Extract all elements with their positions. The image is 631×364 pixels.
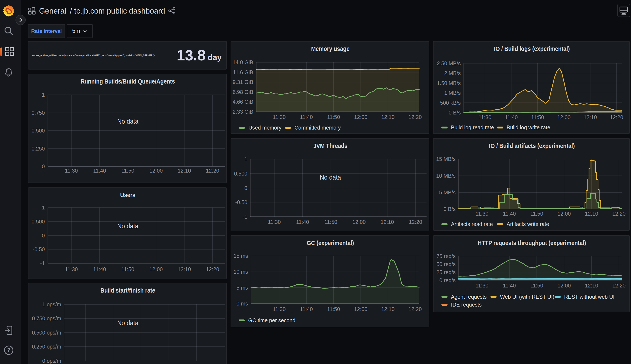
svg-text:11:50: 11:50 xyxy=(327,306,340,312)
svg-text:0 B/s: 0 B/s xyxy=(449,110,461,116)
svg-text:75 req/s: 75 req/s xyxy=(437,253,456,259)
svg-text:0.250 ops/m: 0.250 ops/m xyxy=(32,344,61,350)
svg-text:11:40: 11:40 xyxy=(93,266,106,272)
svg-text:No data: No data xyxy=(117,118,138,125)
svg-text:12:20: 12:20 xyxy=(612,211,626,217)
svg-text:12:10: 12:10 xyxy=(585,282,598,288)
svg-text:12:10: 12:10 xyxy=(381,114,395,120)
svg-text:11:50: 11:50 xyxy=(121,266,134,272)
svg-text:11:30: 11:30 xyxy=(479,114,492,120)
svg-text:Agent requests: Agent requests xyxy=(451,294,487,300)
svg-text:11:40: 11:40 xyxy=(300,114,313,120)
svg-text:Web UI (with REST UI): Web UI (with REST UI) xyxy=(500,294,554,300)
svg-text:11.6 GiB: 11.6 GiB xyxy=(233,69,253,75)
svg-text:Used memory: Used memory xyxy=(248,125,282,130)
svg-text:15 ms: 15 ms xyxy=(234,253,248,259)
svg-text:JVM Threads: JVM Threads xyxy=(313,142,348,149)
svg-text:11:30: 11:30 xyxy=(268,219,281,225)
svg-text:0.500 ops/m: 0.500 ops/m xyxy=(32,330,61,336)
svg-text:6.98 GiB: 6.98 GiB xyxy=(233,89,253,95)
svg-text:11:30: 11:30 xyxy=(476,211,489,217)
svg-text:Running Builds/Build Queue/Age: Running Builds/Build Queue/Agents xyxy=(81,78,175,85)
svg-text:11:40: 11:40 xyxy=(503,282,516,288)
svg-text:-1: -1 xyxy=(243,214,247,220)
svg-text:0 req/s: 0 req/s xyxy=(440,277,456,283)
svg-text:12:10: 12:10 xyxy=(178,266,191,272)
svg-text:11:30: 11:30 xyxy=(65,168,78,174)
svg-text:11:40: 11:40 xyxy=(505,114,518,120)
svg-text:15 MB/s: 15 MB/s xyxy=(436,156,456,162)
svg-text:1 ops/m: 1 ops/m xyxy=(42,302,61,308)
svg-text:No data: No data xyxy=(117,319,138,327)
svg-text:11:40: 11:40 xyxy=(503,211,516,217)
svg-text:?: ? xyxy=(7,347,10,353)
svg-text:No data: No data xyxy=(117,222,138,230)
svg-text:10 MB/s: 10 MB/s xyxy=(436,173,456,179)
svg-text:12:10: 12:10 xyxy=(584,114,597,120)
svg-text:11:40: 11:40 xyxy=(296,219,309,225)
svg-text:12:20: 12:20 xyxy=(610,114,623,120)
svg-text:12:20: 12:20 xyxy=(206,168,219,174)
svg-text:0: 0 xyxy=(42,164,45,170)
svg-text:12:20: 12:20 xyxy=(612,282,626,288)
svg-text:0 ms: 0 ms xyxy=(237,300,248,306)
svg-text:GC (experimental): GC (experimental) xyxy=(307,239,354,246)
svg-text:Memory usage: Memory usage xyxy=(311,45,350,52)
svg-text:12:00: 12:00 xyxy=(352,219,366,225)
svg-text:500 kB/s: 500 kB/s xyxy=(440,100,461,106)
svg-text:Artifacts read rate: Artifacts read rate xyxy=(451,221,493,227)
svg-text:11:50: 11:50 xyxy=(531,114,544,120)
svg-text:HTTP requests throughput (expe: HTTP requests throughput (experimental) xyxy=(478,239,586,246)
svg-text:11:30: 11:30 xyxy=(273,114,286,120)
svg-text:1: 1 xyxy=(42,204,45,210)
svg-text:12:20: 12:20 xyxy=(206,266,219,272)
svg-text:0.500: 0.500 xyxy=(32,218,45,224)
svg-text:1: 1 xyxy=(42,92,45,98)
svg-text:2.33 GiB: 2.33 GiB xyxy=(233,109,253,115)
svg-text:50 req/s: 50 req/s xyxy=(437,261,456,267)
svg-text:10 ms: 10 ms xyxy=(234,269,248,275)
svg-text:11:30: 11:30 xyxy=(273,306,286,312)
svg-text:IO / Build artifacts (experime: IO / Build artifacts (experimental) xyxy=(489,142,575,149)
svg-text:Committed memory: Committed memory xyxy=(295,125,341,130)
svg-text:11:50: 11:50 xyxy=(324,219,337,225)
svg-text:12:00: 12:00 xyxy=(354,306,367,312)
svg-text:12:00: 12:00 xyxy=(558,282,571,288)
svg-text:1 MB/s: 1 MB/s xyxy=(444,90,461,96)
svg-text:Build log write rate: Build log write rate xyxy=(507,124,550,130)
svg-text:0.500: 0.500 xyxy=(234,171,247,176)
svg-text:0.500: 0.500 xyxy=(32,128,45,134)
svg-text:12:20: 12:20 xyxy=(408,306,422,312)
svg-text:11:50: 11:50 xyxy=(530,211,543,217)
svg-text:11:30: 11:30 xyxy=(476,282,489,288)
svg-text:GC time per second: GC time per second xyxy=(248,317,295,323)
svg-text:9.31 GiB: 9.31 GiB xyxy=(233,79,253,85)
svg-text:0 B/s: 0 B/s xyxy=(444,206,456,212)
svg-text:IDE requests: IDE requests xyxy=(451,302,482,308)
svg-text:11:50: 11:50 xyxy=(121,168,134,174)
svg-text:1: 1 xyxy=(244,156,247,162)
svg-text:12:00: 12:00 xyxy=(558,211,571,217)
svg-text:5 MB/s: 5 MB/s xyxy=(439,190,456,196)
svg-text:12:10: 12:10 xyxy=(585,211,598,217)
svg-text:12:00: 12:00 xyxy=(149,266,163,272)
svg-text:0 ops/m: 0 ops/m xyxy=(42,358,61,364)
svg-text:2 MB/s: 2 MB/s xyxy=(444,70,461,76)
svg-text:11:50: 11:50 xyxy=(530,282,543,288)
svg-text:12:00: 12:00 xyxy=(354,114,367,120)
svg-text:IO / Build logs (experimental): IO / Build logs (experimental) xyxy=(494,45,570,52)
svg-text:4.66 GiB: 4.66 GiB xyxy=(233,99,253,105)
svg-text:12:20: 12:20 xyxy=(409,219,422,225)
svg-text:11:30: 11:30 xyxy=(65,266,78,272)
svg-text:Artifacts write rate: Artifacts write rate xyxy=(507,221,549,227)
svg-text:12:00: 12:00 xyxy=(557,114,571,120)
svg-text:5 ms: 5 ms xyxy=(237,285,248,291)
svg-text:-0.50: -0.50 xyxy=(235,199,247,205)
svg-text:-1: -1 xyxy=(40,260,45,266)
svg-text:0.250: 0.250 xyxy=(32,146,45,152)
svg-text:11:50: 11:50 xyxy=(327,114,340,120)
svg-text:12:10: 12:10 xyxy=(178,168,191,174)
svg-text:0: 0 xyxy=(42,232,45,238)
svg-text:Build start/finish rate: Build start/finish rate xyxy=(100,287,155,294)
svg-text:12:10: 12:10 xyxy=(381,219,394,225)
